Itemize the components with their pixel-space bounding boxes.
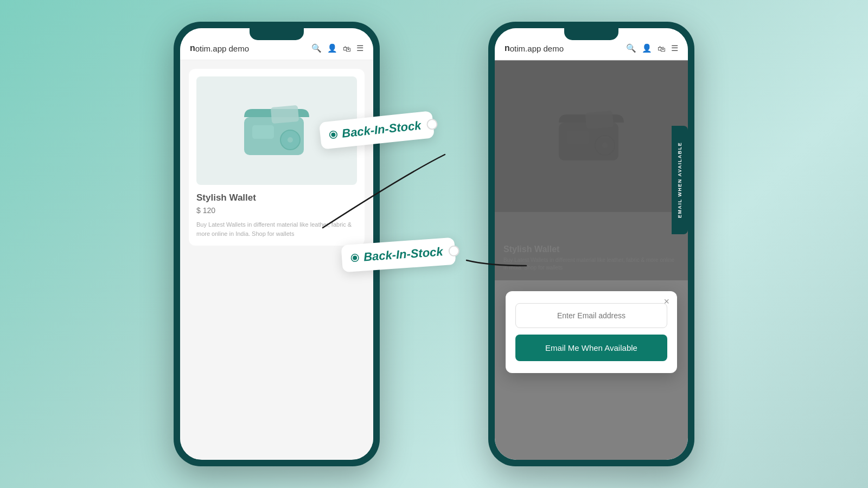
email-submit-button[interactable]: Email Me When Available <box>515 335 667 361</box>
email-input[interactable] <box>515 303 667 328</box>
modal-popup: × Email Me When Available <box>506 291 677 373</box>
left-product-title: Stylish Wallet <box>196 192 357 203</box>
search-icon-left[interactable]: 🔍 <box>311 43 322 53</box>
menu-icon-right[interactable]: ☰ <box>671 43 678 53</box>
left-phone: n otim.app demo 🔍 👤 🛍 ☰ EMAIL WHEN AVAIL… <box>174 22 380 466</box>
left-product-price: $ 120 <box>196 206 357 215</box>
logo-n-right: n <box>505 43 510 53</box>
bottom-tag-label: Back-In-Stock <box>363 245 443 264</box>
svg-rect-4 <box>271 105 299 124</box>
menu-icon-left[interactable]: ☰ <box>356 43 363 53</box>
left-header-icons: 🔍 👤 🛍 ☰ <box>311 43 363 53</box>
left-phone-screen: n otim.app demo 🔍 👤 🛍 ☰ EMAIL WHEN AVAIL… <box>180 28 373 460</box>
left-app-logo: n otim.app demo <box>190 43 249 53</box>
tag-dot-bottom <box>352 254 359 261</box>
right-phone: n otim.app demo 🔍 👤 🛍 ☰ <box>488 22 694 466</box>
svg-rect-1 <box>252 125 274 139</box>
right-header-icons: 🔍 👤 🛍 ☰ <box>626 43 678 53</box>
left-product-card: EMAIL WHEN AVAILABLE <box>189 69 365 246</box>
screen-overlay <box>495 61 688 460</box>
right-phone-notch <box>564 28 618 40</box>
user-icon-right[interactable]: 👤 <box>642 43 652 53</box>
top-tag-label: Back-In-Stock <box>341 118 422 140</box>
svg-point-3 <box>288 137 293 143</box>
logo-n-left: n <box>190 43 195 53</box>
search-icon-right[interactable]: 🔍 <box>626 43 636 53</box>
logo-text-right: otim.app demo <box>510 44 564 53</box>
left-phone-notch <box>250 28 304 40</box>
cart-icon-right[interactable]: 🛍 <box>658 44 666 53</box>
modal-close-button[interactable]: × <box>663 297 669 306</box>
right-email-tab[interactable]: EMAIL WHEN AVAILABLE <box>672 126 688 234</box>
right-email-tab-label: EMAIL WHEN AVAILABLE <box>677 142 682 218</box>
right-app-logo: n otim.app demo <box>505 43 564 53</box>
left-product-desc: Buy Latest Wallets in different material… <box>196 220 357 238</box>
tag-dot-top <box>330 131 337 138</box>
right-phone-screen: n otim.app demo 🔍 👤 🛍 ☰ <box>495 28 688 460</box>
user-icon-left[interactable]: 👤 <box>327 43 337 53</box>
main-scene: Back-In-Stock Back-In-Stock n otim.app d… <box>0 0 868 488</box>
wallet-svg <box>239 101 315 160</box>
logo-text-left: otim.app demo <box>195 44 249 53</box>
cart-icon-left[interactable]: 🛍 <box>343 44 351 53</box>
